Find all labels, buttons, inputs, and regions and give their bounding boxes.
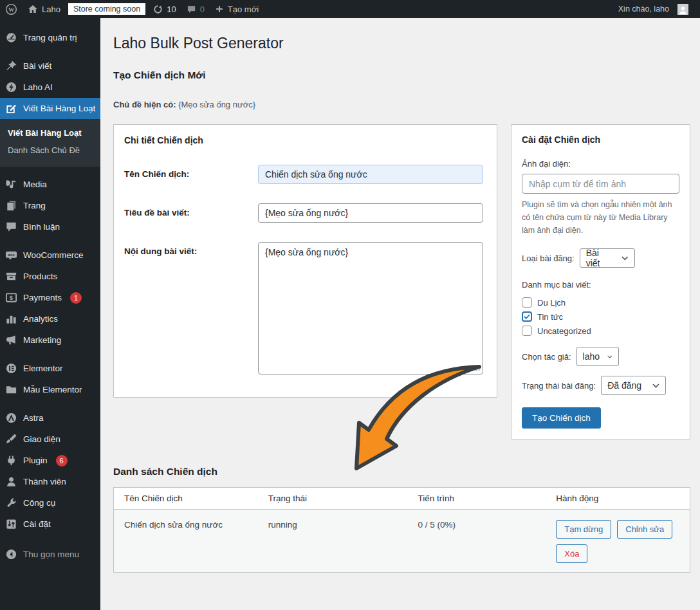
- sidebar-item-elementor-templates[interactable]: Mẫu Elementor: [0, 379, 100, 400]
- updates-menu[interactable]: 10: [148, 0, 181, 18]
- sidebar-item-media[interactable]: Media: [0, 174, 100, 195]
- sidebar-item-label: Thu gọn menu: [23, 548, 79, 560]
- new-campaign-heading: Tạo Chiến dịch Mới: [113, 69, 690, 81]
- create-campaign-button[interactable]: Tạo Chiến dịch: [522, 407, 601, 429]
- site-link[interactable]: Laho: [23, 0, 66, 18]
- sidebar-item-label: Payments: [23, 291, 62, 304]
- bulk-post-submenu: Viết Bài Hàng Loạt Danh Sách Chủ Đề: [0, 119, 100, 167]
- sidebar-item-users[interactable]: Thành viên: [0, 471, 100, 492]
- chevron-down-icon: [622, 256, 628, 261]
- sidebar-item-plugins[interactable]: Plugin 6: [0, 450, 100, 471]
- sidebar-item-label: Bình luận: [23, 221, 60, 233]
- sidebar-item-payments[interactable]: $ Payments 1: [0, 287, 100, 308]
- dashboard-icon: [5, 32, 17, 44]
- submenu-item-bulk-post[interactable]: Viết Bài Hàng Loạt: [0, 124, 100, 142]
- post-type-value: Bài viết: [586, 248, 614, 268]
- sidebar-item-label: Astra: [23, 412, 44, 424]
- woocommerce-icon: woo: [5, 249, 17, 261]
- campaign-name-input[interactable]: [258, 165, 483, 184]
- cell-campaign-name: Chiến dịch sửa ống nước: [114, 510, 258, 573]
- sidebar-item-label: Plugin: [23, 454, 48, 467]
- featured-image-input[interactable]: [522, 174, 679, 194]
- astra-icon: [5, 412, 17, 424]
- edit-button[interactable]: Chỉnh sửa: [617, 520, 672, 539]
- svg-text:W: W: [8, 6, 14, 12]
- category-checkbox[interactable]: [522, 326, 532, 336]
- sidebar-item-label: Bài viết: [23, 60, 51, 72]
- cell-campaign-progress: 0 / 5 (0%): [407, 510, 546, 573]
- campaign-detail-panel: Chi tiết Chiến dịch Tên Chiến dịch: Tiêu…: [113, 124, 497, 398]
- sidebar-item-label: Mẫu Elementor: [23, 384, 82, 396]
- campaign-settings-title: Cài đặt Chiến dịch: [522, 134, 679, 145]
- sidebar-item-label: Media: [23, 178, 47, 190]
- author-select[interactable]: laho: [576, 347, 619, 366]
- sidebar-item-label: Trang quản trị: [23, 32, 77, 44]
- delete-button[interactable]: Xóa: [556, 544, 587, 563]
- sidebar-item-label: Products: [23, 270, 57, 282]
- sidebar-item-woocommerce[interactable]: woo WooCommerce: [0, 245, 100, 266]
- post-title-label: Tiêu đề bài viết:: [124, 203, 258, 217]
- submenu-item-topic-list[interactable]: Danh Sách Chủ Đề: [0, 142, 100, 159]
- sidebar-item-label: Giao diện: [23, 433, 60, 445]
- comment-bubble-icon: [187, 5, 196, 14]
- sidebar-item-tools[interactable]: Công cụ: [0, 492, 100, 513]
- category-checkbox[interactable]: [522, 297, 532, 308]
- sidebar-item-astra[interactable]: Astra: [0, 407, 100, 429]
- sidebar-item-label: Marketing: [23, 334, 61, 346]
- sidebar-item-analytics[interactable]: Analytics: [0, 308, 100, 329]
- sidebar-item-marketing[interactable]: Marketing: [0, 329, 100, 351]
- sidebar-item-pages[interactable]: Trang: [0, 195, 100, 216]
- categories-list: Du Lịch Tin tức Uncategorized: [522, 297, 679, 336]
- campaign-settings-panel: Cài đặt Chiến dịch Ảnh đại diện: Plugin …: [511, 124, 690, 439]
- comments-menu[interactable]: 0: [181, 0, 210, 18]
- plugins-count-badge: 6: [56, 455, 68, 467]
- category-option-du-lich: Du Lịch: [522, 297, 679, 308]
- new-content-label: Tạo mới: [228, 5, 259, 14]
- post-type-label: Loại bài đăng:: [522, 254, 575, 263]
- admin-bar: W Laho Store coming soon 10 0 Tạo mới Xi…: [0, 0, 700, 18]
- category-checkbox-checked[interactable]: [522, 311, 532, 322]
- sidebar-item-comments[interactable]: Bình luận: [0, 216, 100, 237]
- post-content-textarea[interactable]: {Mẹo sửa ống nước}: [258, 242, 483, 374]
- sidebar-item-posts[interactable]: Bài viết: [0, 55, 100, 77]
- post-type-select[interactable]: Bài viết: [580, 248, 635, 268]
- sidebar-collapse-menu[interactable]: Thu gọn menu: [0, 544, 100, 565]
- category-label: Uncategorized: [537, 326, 591, 336]
- products-icon: [5, 270, 17, 282]
- sidebar-item-label: Cài đặt: [23, 518, 51, 530]
- sidebar-item-dashboard[interactable]: Trang quản trị: [0, 27, 100, 48]
- sidebar-item-products[interactable]: Products: [0, 266, 100, 287]
- sidebar-item-appearance[interactable]: Giao diện: [0, 429, 100, 450]
- sidebar-item-bulk-post[interactable]: Viết Bài Hàng Loạt: [0, 98, 100, 119]
- author-label: Chọn tác giả:: [522, 352, 571, 362]
- sidebar-item-settings[interactable]: Cài đặt: [0, 513, 100, 535]
- page-title: Laho Bulk Post Generator: [113, 18, 690, 52]
- wordpress-logo-menu[interactable]: W: [0, 0, 23, 18]
- author-value: laho: [583, 351, 600, 362]
- cell-campaign-status: running: [258, 510, 408, 573]
- store-coming-soon-badge: Store coming soon: [68, 3, 145, 15]
- campaign-table: Tên Chiến dịch Trạng thái Tiến trình Hàn…: [114, 488, 690, 572]
- sidebar-item-laho-ai[interactable]: Laho AI: [0, 77, 100, 98]
- payments-icon: $: [5, 291, 17, 304]
- account-menu[interactable]: Xin chào, laho: [613, 0, 700, 18]
- campaign-detail-title: Chi tiết Chiến dịch: [114, 135, 497, 145]
- sidebar-item-label: Công cụ: [23, 497, 55, 509]
- table-header-row: Tên Chiến dịch Trạng thái Tiến trình Hàn…: [114, 488, 690, 510]
- pushpin-icon: [5, 60, 17, 72]
- comments-count: 0: [200, 5, 205, 14]
- pause-button[interactable]: Tạm dừng: [556, 520, 611, 539]
- post-title-input[interactable]: [258, 203, 483, 223]
- featured-image-help: Plugin sẽ tìm và chọn ngẫu nhiên một ảnh…: [522, 198, 679, 237]
- new-content-menu[interactable]: Tạo mới: [210, 0, 264, 18]
- sidebar-item-elementor[interactable]: Elementor: [0, 358, 100, 379]
- campaign-list-panel: Tên Chiến dịch Trạng thái Tiến trình Hàn…: [113, 487, 690, 573]
- updates-icon: [153, 5, 163, 14]
- sidebar-item-label: Analytics: [23, 313, 58, 325]
- comments-icon: [5, 221, 17, 233]
- settings-icon: [5, 518, 17, 530]
- featured-image-label: Ảnh đại diện:: [522, 159, 679, 169]
- post-status-select[interactable]: Đã đăng: [601, 376, 666, 395]
- chevron-down-icon: [652, 384, 659, 388]
- payments-count-badge: 1: [70, 292, 82, 304]
